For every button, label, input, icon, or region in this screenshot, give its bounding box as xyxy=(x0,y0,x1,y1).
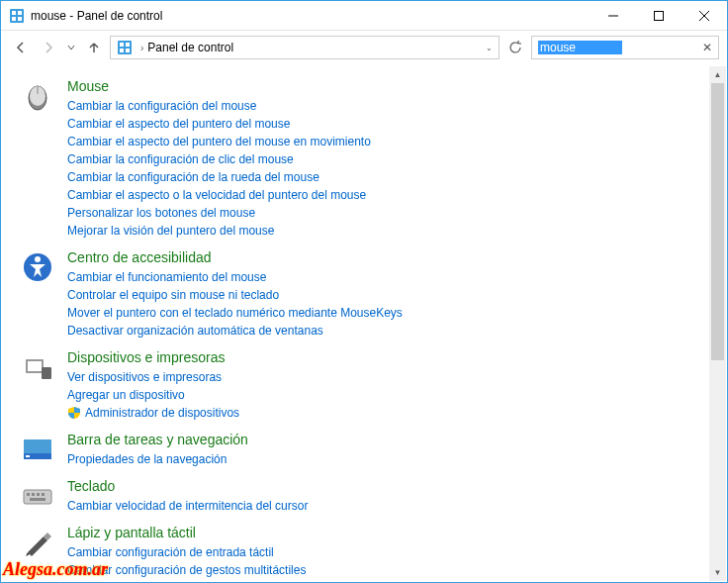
history-dropdown[interactable] xyxy=(64,44,78,51)
watermark: Alegsa.com.ar xyxy=(3,559,108,580)
section-body: Dispositivos e impresorasVer dispositivo… xyxy=(67,349,689,422)
shield-link-text: Administrador de dispositivos xyxy=(85,404,239,422)
svg-rect-24 xyxy=(26,455,30,457)
section-link[interactable]: Cambiar la configuración de la rueda del… xyxy=(67,168,689,186)
section-link[interactable]: Ver dispositivos e impresoras xyxy=(67,368,689,386)
window-title: mouse - Panel de control xyxy=(31,9,591,23)
keyboard-icon xyxy=(22,480,53,512)
section-link[interactable]: Cambiar el aspecto del puntero del mouse… xyxy=(67,133,689,150)
svg-rect-25 xyxy=(24,490,51,504)
shield-link[interactable]: Administrador de dispositivos xyxy=(67,404,689,422)
svg-rect-26 xyxy=(27,493,30,496)
section: Centro de accesibilidadCambiar el funcio… xyxy=(22,249,689,340)
navigation-bar: › Panel de control ⌄ mouse ✕ xyxy=(1,31,727,64)
section-title[interactable]: Teclado xyxy=(67,478,689,494)
svg-rect-1 xyxy=(12,11,16,15)
section-link[interactable]: Controlar el equipo sin mouse ni teclado xyxy=(67,286,689,304)
address-bar[interactable]: › Panel de control ⌄ xyxy=(110,36,500,59)
section: TecladoCambiar velocidad de intermitenci… xyxy=(22,478,689,515)
svg-rect-11 xyxy=(126,43,130,47)
taskbar-icon xyxy=(22,434,53,465)
section-title[interactable]: Barra de tareas y navegación xyxy=(67,432,689,447)
section-link[interactable]: Propiedades de la navegación xyxy=(67,450,689,468)
control-panel-icon xyxy=(9,8,25,24)
svg-rect-2 xyxy=(18,11,22,15)
scroll-down-button[interactable]: ▼ xyxy=(709,564,726,581)
section-title[interactable]: Centro de accesibilidad xyxy=(67,249,689,265)
address-dropdown[interactable]: ⌄ xyxy=(481,44,497,52)
minimize-button[interactable] xyxy=(591,1,636,31)
section-title[interactable]: Dispositivos e impresoras xyxy=(67,349,689,365)
shield-icon xyxy=(67,406,81,420)
accessibility-icon xyxy=(22,251,53,283)
scrollbar[interactable]: ▲ ▼ xyxy=(709,66,726,581)
pen-icon xyxy=(22,527,53,558)
svg-rect-4 xyxy=(18,17,22,21)
devices-icon xyxy=(22,351,53,383)
refresh-button[interactable] xyxy=(503,36,527,59)
section-link[interactable]: Cambiar la configuración de clic del mou… xyxy=(67,150,689,168)
svg-point-18 xyxy=(35,256,41,262)
section-link[interactable]: Cambiar configuración de entrada táctil xyxy=(67,543,689,561)
svg-rect-10 xyxy=(120,43,124,47)
window-controls xyxy=(591,1,727,30)
up-button[interactable] xyxy=(82,36,106,59)
back-button[interactable] xyxy=(9,36,33,59)
svg-rect-27 xyxy=(32,493,35,496)
section-body: Centro de accesibilidadCambiar el funcio… xyxy=(67,249,689,340)
svg-rect-28 xyxy=(37,493,40,496)
section-body: Lápiz y pantalla táctilCambiar configura… xyxy=(67,525,689,579)
search-text: mouse xyxy=(538,41,622,54)
svg-rect-6 xyxy=(655,12,664,21)
section-link[interactable]: Cambiar configuración de gestos multitác… xyxy=(67,561,689,579)
section-link[interactable]: Cambiar el funcionamiento del mouse xyxy=(67,268,689,286)
section: Barra de tareas y navegaciónPropiedades … xyxy=(22,432,689,468)
section-body: TecladoCambiar velocidad de intermitenci… xyxy=(67,478,689,515)
svg-rect-21 xyxy=(42,367,51,379)
clear-search-icon[interactable]: ✕ xyxy=(702,41,712,54)
section-title[interactable]: Mouse xyxy=(67,78,689,94)
content-area: MouseCambiar la configuración del mouseC… xyxy=(2,66,709,581)
section-body: MouseCambiar la configuración del mouseC… xyxy=(67,78,689,240)
address-text: Panel de control xyxy=(147,41,481,54)
svg-rect-3 xyxy=(12,17,16,21)
section-link[interactable]: Personalizar los botones del mouse xyxy=(67,204,689,222)
svg-rect-12 xyxy=(120,49,124,52)
scroll-up-button[interactable]: ▲ xyxy=(709,66,726,83)
section-link[interactable]: Cambiar la configuración del mouse xyxy=(67,97,689,115)
section-link[interactable]: Cambiar el aspecto del puntero del mouse xyxy=(67,115,689,133)
section: Lápiz y pantalla táctilCambiar configura… xyxy=(22,525,689,579)
svg-rect-30 xyxy=(30,498,46,501)
section: Dispositivos e impresorasVer dispositivo… xyxy=(22,349,689,422)
svg-rect-13 xyxy=(126,49,130,52)
forward-button[interactable] xyxy=(37,36,60,59)
section-link[interactable]: Cambiar velocidad de intermitencia del c… xyxy=(67,497,689,515)
section-link[interactable]: Mover el puntero con el teclado numérico… xyxy=(67,304,689,322)
chevron-right-icon[interactable]: › xyxy=(136,43,147,53)
control-panel-icon xyxy=(117,40,133,55)
titlebar: mouse - Panel de control xyxy=(1,1,727,31)
close-button[interactable] xyxy=(682,1,727,31)
search-box[interactable]: mouse ✕ xyxy=(531,36,719,59)
section-title[interactable]: Lápiz y pantalla táctil xyxy=(67,525,689,540)
scrollbar-thumb[interactable] xyxy=(711,83,724,360)
section-link[interactable]: Mejorar la visión del puntero del mouse xyxy=(67,222,689,240)
maximize-button[interactable] xyxy=(636,1,682,31)
section-link[interactable]: Desactivar organización automática de ve… xyxy=(67,322,689,340)
section-link[interactable]: Cambiar el aspecto o la velocidad del pu… xyxy=(67,186,689,204)
svg-rect-20 xyxy=(28,361,42,371)
section-link[interactable]: Agregar un dispositivo xyxy=(67,386,689,404)
mouse-icon xyxy=(22,80,53,112)
section-body: Barra de tareas y navegaciónPropiedades … xyxy=(67,432,689,468)
section: MouseCambiar la configuración del mouseC… xyxy=(22,78,689,240)
svg-rect-29 xyxy=(42,493,45,496)
